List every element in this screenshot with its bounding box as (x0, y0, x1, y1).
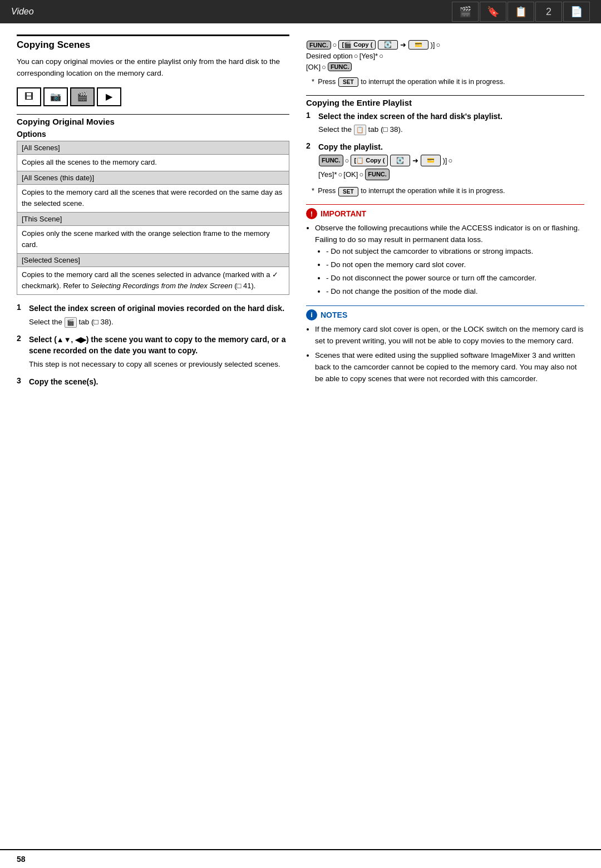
tab-ref-2: 📋 (354, 125, 366, 135)
footnote-2: * Press SET to interrupt the operation w… (306, 186, 584, 196)
option-all-scenes-header: [All Scenes] (17, 141, 289, 155)
close-paren: )] (430, 41, 435, 49)
func-btn-2: FUNC. (328, 62, 352, 71)
top-bar: Video 🎬 🔖 📋 2 📄 (0, 0, 601, 23)
option-this-scene-desc: Copies only the scene marked with the or… (17, 226, 289, 254)
step2-body: This step is not necessary to copy all s… (17, 359, 289, 371)
ep-copy-line: FUNC. ○ [📋 Copy ( 💽 ➜ 💳 )] ○ (318, 155, 584, 166)
header-icon-number: 2 (535, 2, 562, 22)
ep-step2: 2 Copy the playlist. FUNC. ○ [📋 Copy ( 💽… (306, 141, 584, 180)
copy-line-2: Desired option ○ [Yes]* ○ (306, 52, 584, 60)
ep-circle-3: ○ (338, 169, 343, 180)
ok-label: [OK] (306, 63, 321, 71)
entire-playlist-heading: Copying the Entire Playlist (306, 95, 584, 107)
main-content: Copying Scenes You can copy original mov… (0, 23, 601, 410)
option-all-scenes-date-desc: Copies to the memory card all the scenes… (17, 185, 289, 213)
ep-step1-title: Select the index screen of the hard disk… (318, 111, 503, 122)
copying-scenes-title: Copying Scenes (17, 40, 289, 51)
notes-icon: i (306, 309, 317, 320)
ep-func-btn-1: FUNC. (319, 155, 343, 166)
options-label: Options (17, 130, 289, 139)
mode-icon-1: 🎞 (17, 87, 41, 106)
ep-card-icon: 💳 (421, 155, 441, 166)
option-all-scenes-date-header: [All Scenes (this date)] (17, 171, 289, 185)
header-icon-bookmark: 🔖 (480, 2, 506, 22)
option-selected-scenes-header: [Selected Scenes] (17, 254, 289, 267)
copying-scenes-heading: Copying Scenes (17, 34, 289, 51)
step2: 2 Select (▲▼, ◀▶) the scene you want to … (17, 334, 289, 371)
header-icon-page: 📄 (563, 2, 590, 22)
step1-header: 1 Select the index screen of original mo… (17, 303, 289, 314)
copying-scenes-intro: You can copy original movies or the enti… (17, 56, 289, 80)
arrow-1: ➜ (400, 41, 406, 49)
notes-label: NOTES (321, 310, 347, 319)
ep-ok-label: [OK] (343, 169, 358, 180)
ep-step2-number: 2 (306, 141, 315, 150)
step1-number: 1 (17, 303, 26, 312)
ep-step2-body: FUNC. ○ [📋 Copy ( 💽 ➜ 💳 )] ○ [Yes]* ○ [O… (306, 155, 584, 180)
func-sequence-top: FUNC. ○ [🎬 Copy ( 💽 ➜ 💳 )] ○ Desired opt… (306, 40, 584, 71)
step3-title: Copy the scene(s). (29, 376, 98, 387)
step3-header: 3 Copy the scene(s). (17, 376, 289, 387)
card-icon: 💳 (408, 40, 428, 50)
left-column: Copying Scenes You can copy original mov… (17, 34, 289, 393)
mode-icon-4: ▶ (97, 87, 121, 106)
ep-circle-4: ○ (359, 169, 363, 180)
step1-body: Select the 🎬 tab (□ 38). (17, 317, 289, 328)
header-icon-video: 🎬 (452, 2, 479, 22)
set-btn-2: SET (338, 187, 358, 196)
page-section-label: Video (11, 7, 34, 17)
footnote-1: * Press SET to interrupt the operation w… (306, 77, 584, 87)
mode-icons-row: 🎞 📷 🎬 ▶ (17, 87, 289, 106)
important-label: IMPORTANT (321, 209, 366, 218)
option-selected-scenes-desc: Copies to the memory card all the scenes… (17, 267, 289, 294)
ep-step1: 1 Select the index screen of the hard di… (306, 111, 584, 136)
ep-arrow: ➜ (412, 155, 418, 166)
mode-icon-2: 📷 (43, 87, 68, 106)
ep-circle-2: ○ (448, 155, 452, 166)
ep-close-paren: )] (442, 155, 447, 166)
important-dash-1: Do not subject the camcorder to vibratio… (326, 246, 584, 258)
notes-title: i NOTES (306, 309, 584, 320)
important-dash-list: Do not subject the camcorder to vibratio… (315, 246, 584, 298)
ep-hdd-icon: 💽 (390, 155, 410, 166)
circle-sym-4: ○ (379, 52, 383, 60)
ep-step2-title: Copy the playlist. (318, 141, 383, 152)
set-btn-1: SET (338, 77, 358, 87)
ep-step1-header: 1 Select the index screen of the hard di… (306, 111, 584, 122)
circle-sym-5: ○ (322, 63, 326, 71)
hdd-icon: 💽 (378, 40, 398, 50)
important-dash-3: Do not disconnect the power source or tu… (326, 273, 584, 284)
step3-number: 3 (17, 376, 26, 385)
step2-number: 2 (17, 334, 26, 343)
circle-sym-3: ○ (354, 52, 358, 60)
notes-bullet-2: Scenes that were edited using the suppli… (315, 350, 584, 385)
ep-yes-label: [Yes]* (318, 169, 337, 180)
ep-circle-1: ○ (345, 155, 349, 166)
important-icon: ! (306, 208, 317, 219)
copy-line-1: FUNC. ○ [🎬 Copy ( 💽 ➜ 💳 )] ○ (306, 40, 584, 50)
yes-label: [Yes]* (359, 52, 378, 60)
page-number: 58 (17, 855, 26, 864)
copy-line-3: [OK] ○ FUNC. (306, 62, 584, 71)
step2-title: Select (▲▼, ◀▶) the scene you want to co… (29, 334, 289, 357)
desired-option-text: Desired option (306, 52, 353, 60)
ep-func-btn-2: FUNC. (365, 169, 390, 180)
tab-ref-1: 🎬 (65, 317, 77, 328)
important-bullets: Observe the following precautions while … (306, 223, 584, 298)
notes-section: i NOTES If the memory card slot cover is… (306, 305, 584, 386)
step3: 3 Copy the scene(s). (17, 376, 289, 387)
notes-bullet-1: If the memory card slot cover is open, o… (315, 324, 584, 347)
step1-title: Select the index screen of original movi… (29, 303, 284, 314)
important-dash-4: Do not change the position of the mode d… (326, 286, 584, 298)
ep-step1-number: 1 (306, 111, 315, 120)
copying-original-heading: Copying Original Movies (17, 114, 289, 126)
func-btn-1: FUNC. (307, 41, 331, 50)
ep-copy-line-2: [Yes]* ○ [OK] ○ FUNC. (318, 169, 584, 180)
important-title: ! IMPORTANT (306, 208, 584, 219)
option-this-scene-header: [This Scene] (17, 213, 289, 226)
notes-bullets: If the memory card slot cover is open, o… (306, 324, 584, 386)
circle-sym-2: ○ (436, 41, 440, 49)
important-dash-2: Do not open the memory card slot cover. (326, 259, 584, 271)
header-icon-copy: 📋 (508, 2, 534, 22)
